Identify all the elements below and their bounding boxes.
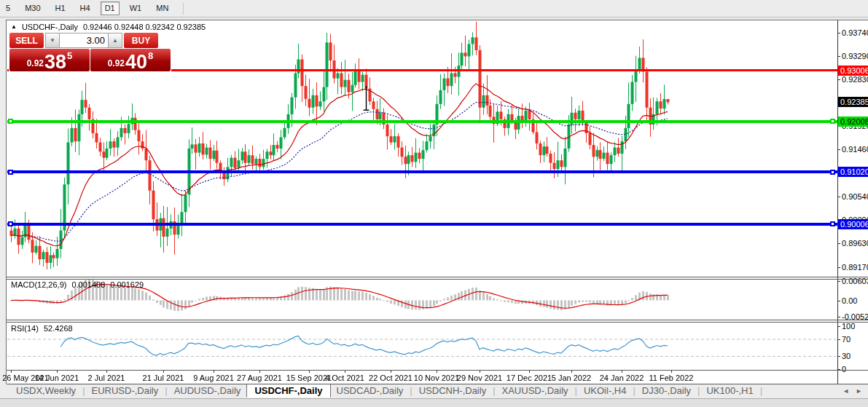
date-axis-label: 2 Jul 2021 [88, 374, 125, 382]
mt-terminal: 5M30H1H4D1W1MN ▲ USDCHF-,Daily 0.92446 0… [0, 0, 868, 407]
price-axis-label: 0.93740 [842, 28, 868, 37]
sell-price-prefix: 0.92 [27, 58, 44, 68]
price-chart-canvas[interactable] [7, 20, 837, 384]
chart-tab-usdcnh-daily[interactable]: USDCNH-,Daily [413, 384, 492, 397]
timeframe-button-m30[interactable]: M30 [20, 1, 44, 15]
price-axis-tick [837, 267, 840, 268]
macd-name: MACD(12,26,9) [11, 280, 66, 289]
hline-handle[interactable] [830, 119, 835, 124]
timeframe-button-h4[interactable]: H4 [76, 1, 95, 15]
hline-price-badge: 0.92008 [838, 116, 868, 127]
chart-tab-ukoil-h4[interactable]: UKOil-,H4 [578, 384, 633, 397]
date-axis-label: 21 Jul 2021 [143, 374, 184, 382]
date-axis-label: 9 Aug 2021 [193, 374, 234, 382]
price-axis-tick [837, 197, 840, 197]
date-axis-label: 29 Nov 2021 [457, 374, 502, 382]
volume-input[interactable] [60, 33, 108, 48]
chart-tab-xauusd-daily[interactable]: XAUUSD-,Daily [496, 384, 574, 397]
hline-0.90006[interactable] [7, 223, 837, 226]
chart-tab-eurusd-daily[interactable]: EURUSD-,Daily [86, 384, 165, 397]
sell-price-box[interactable]: 0.92385 [9, 49, 90, 71]
price-axis-tick [837, 149, 840, 150]
indicator-axis-tick [837, 339, 840, 340]
tab-separator: | [759, 385, 763, 396]
date-axis-label: 24 Jan 2022 [600, 374, 644, 382]
chart-tab-dj30-daily[interactable]: DJ30-,Daily [636, 384, 697, 397]
volume-decrease-button[interactable]: ▼ [45, 33, 60, 48]
date-axis-label: 4 Oct 2021 [325, 374, 364, 382]
chart-symbol-title: ▲ USDCHF-,Daily 0.92446 0.92448 0.92342 … [11, 23, 206, 31]
ohlc-values: 0.92446 0.92448 0.92342 0.92385 [83, 23, 206, 31]
rsi-name: RSI(14) [11, 324, 39, 333]
indicator-axis-label: 100 [842, 322, 855, 331]
sell-price-sup: 5 [67, 50, 72, 61]
date-axis-label: 11 Feb 2022 [649, 374, 694, 382]
timeframe-button-d1[interactable]: D1 [101, 1, 120, 15]
indicator-axis-tick [837, 326, 840, 327]
pane-splitter [7, 370, 868, 371]
buy-price-big: 40 [125, 53, 147, 71]
timeframe-button-mn[interactable]: MN [152, 1, 173, 15]
buy-price-prefix: 0.92 [108, 58, 125, 68]
timeframe-toolbar: 5M30H1H4D1W1MN [0, 0, 868, 17]
hline-handle[interactable] [8, 221, 13, 226]
price-axis-tick [837, 79, 840, 80]
price-axis-label: 0.90540 [842, 192, 868, 201]
chart-tab-usdchf-daily[interactable]: USDCHF-,Daily [246, 384, 330, 398]
hline-handle[interactable] [8, 119, 13, 124]
date-axis-label: 5 Jan 2022 [552, 374, 591, 382]
hline-handle[interactable] [830, 170, 835, 175]
sell-button[interactable]: SELL [9, 33, 44, 48]
price-axis-label: 0.93290 [842, 52, 868, 60]
tab-scroll-right-icon[interactable]: ► [856, 387, 862, 395]
price-axis-tick [837, 33, 840, 33]
timeframe-button-w1[interactable]: W1 [125, 1, 146, 15]
symbol-label: USDCHF-,Daily [22, 23, 78, 31]
indicator-axis-label: 0.006038 [842, 277, 868, 285]
hline-price-badge: 0.91020 [838, 167, 868, 177]
bottom-strip [0, 398, 868, 407]
pane-splitter[interactable] [7, 277, 868, 277]
timeframe-button-5[interactable]: 5 [1, 1, 15, 15]
hline-handle[interactable] [8, 170, 13, 175]
rsi-value: 52.4268 [44, 324, 73, 333]
chart-tab-audusd-daily[interactable]: AUDUSD-,Daily [168, 384, 247, 397]
macd-indicator-label: MACD(12,26,9) 0.001408 0.001629 [11, 280, 144, 289]
pane-splitter[interactable] [7, 320, 868, 320]
hline-price-badge: 0.93006 [838, 66, 868, 76]
hline-0.91020[interactable] [7, 170, 837, 173]
timeframe-button-h1[interactable]: H1 [51, 1, 70, 15]
indicator-axis-tick [837, 317, 840, 317]
chart-tab-usdcad-daily[interactable]: USDCAD-,Daily [331, 384, 410, 397]
sell-price-big: 38 [44, 53, 66, 71]
date-axis-label: 17 Dec 2021 [507, 374, 552, 382]
price-axis-label: 0.89630 [842, 239, 868, 248]
collapse-trade-panel-icon[interactable]: ▲ [11, 23, 17, 31]
hline-handle[interactable] [830, 221, 835, 226]
current-price-badge: 0.92385 [838, 97, 868, 107]
indicator-axis-tick [837, 356, 840, 357]
price-axis-label: 0.91460 [842, 145, 868, 154]
tab-scroll-arrows: ◄ ► [842, 387, 862, 395]
hline-0.92008[interactable] [7, 120, 837, 123]
price-axis-label: 0.89170 [842, 263, 868, 272]
price-axis-label: 0.92830 [842, 75, 868, 84]
pane-splitter[interactable] [7, 322, 868, 323]
one-click-trading-panel: SELL ▼ ▲ BUY 0.92385 0.92408 [9, 32, 171, 72]
buy-price-box[interactable]: 0.92408 [90, 49, 171, 71]
volume-increase-button[interactable]: ▲ [108, 33, 122, 48]
toolbar-separator [183, 3, 184, 15]
indicator-axis-tick [837, 301, 840, 301]
pane-splitter[interactable] [7, 279, 868, 280]
tab-scroll-left-icon[interactable]: ◄ [842, 387, 849, 395]
buy-button[interactable]: BUY [124, 33, 158, 48]
chart-tab-bar: USDX,Weekly|EURUSD-,Daily|AUDUSD-,DailyU… [0, 384, 868, 398]
indicator-axis-label: 30 [842, 352, 851, 360]
chart-tab-uk100-h1[interactable]: UK100-,H1 [700, 384, 759, 397]
price-axis-tick [837, 56, 840, 57]
chart-tab-usdx-weekly[interactable]: USDX,Weekly [10, 384, 82, 397]
indicator-axis-label: 0.00 [842, 296, 857, 305]
date-axis-label: 22 Oct 2021 [369, 374, 413, 382]
hline-price-badge: 0.90006 [838, 219, 868, 229]
indicator-axis-label: 0 [842, 365, 846, 374]
